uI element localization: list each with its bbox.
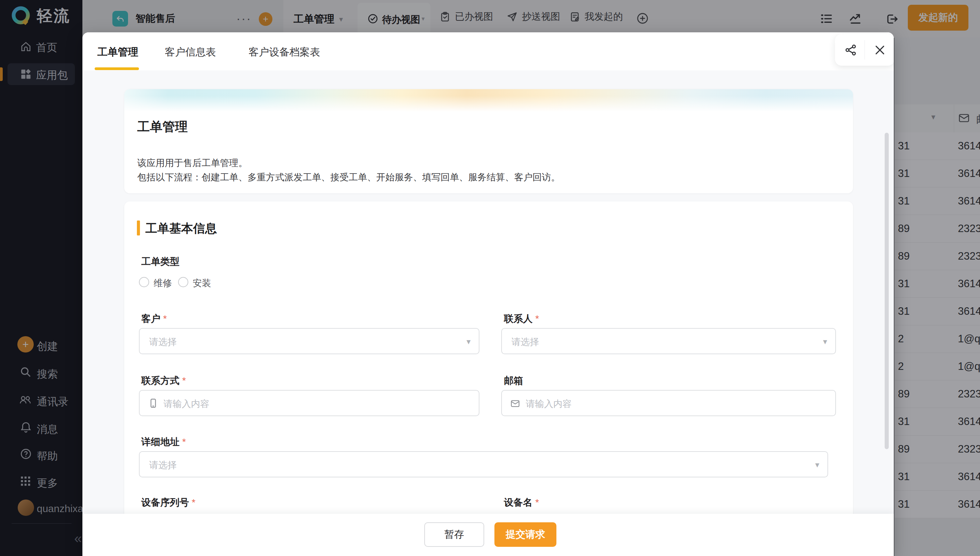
share-icon[interactable] xyxy=(844,44,857,57)
select-placeholder: 请选择 xyxy=(512,336,539,348)
modal-tab-customer-info[interactable]: 客户信息表 xyxy=(165,45,216,59)
work-order-modal: 工单管理 客户信息表 客户设备档案表 xyxy=(83,32,894,556)
close-icon[interactable] xyxy=(873,44,886,57)
customer-select[interactable]: 请选择 ▾ xyxy=(139,328,479,354)
app-description: 该应用用于售后工单管理。 包括以下流程：创建工单、多重方式派发工单、接受工单、开… xyxy=(137,156,560,184)
active-tab-underline xyxy=(95,67,139,70)
select-placeholder: 请选择 xyxy=(149,459,177,471)
app-header-card: 工单管理 该应用用于售后工单管理。 包括以下流程：创建工单、多重方式派发工单、接… xyxy=(124,89,853,193)
address-label: 详细地址* xyxy=(141,436,186,448)
app-title: 工单管理 xyxy=(137,118,188,136)
modal-scroll-area: 工单管理 该应用用于售后工单管理。 包括以下流程：创建工单、多重方式派发工单、接… xyxy=(83,70,894,514)
input-placeholder: 请输入内容 xyxy=(526,398,572,410)
required-mark: * xyxy=(192,497,196,508)
section-accent-bar xyxy=(137,220,140,236)
modal-window-controls xyxy=(835,34,894,66)
save-draft-label: 暂存 xyxy=(444,528,464,541)
select-placeholder: 请选择 xyxy=(149,336,177,348)
customer-label: 客户* xyxy=(141,312,167,325)
chevron-down-icon: ▾ xyxy=(823,337,827,346)
device-name-label: 设备名* xyxy=(504,496,539,509)
modal-tab-device-archive[interactable]: 客户设备档案表 xyxy=(249,45,320,59)
banner-fade xyxy=(124,89,853,112)
mail-icon xyxy=(510,398,520,409)
contact-label: 联系人* xyxy=(504,312,539,325)
submit-label: 提交请求 xyxy=(505,528,545,541)
app-description-line1: 该应用用于售后工单管理。 xyxy=(137,156,560,170)
radio-install[interactable] xyxy=(178,277,188,287)
chevron-down-icon: ▾ xyxy=(467,337,471,346)
radio-repair[interactable] xyxy=(139,277,149,287)
required-mark: * xyxy=(535,314,539,324)
section-title: 工单基本信息 xyxy=(146,220,217,236)
form-card: 工单基本信息 工单类型 维修 安装 客户* 联系人* 请选择 ▾ 请选择 ▾ xyxy=(124,202,853,514)
contact-select[interactable]: 请选择 ▾ xyxy=(501,328,836,354)
required-mark: * xyxy=(182,375,186,386)
screen: 轻流 首页 应用包 + 创建 xyxy=(0,0,980,556)
modal-tab-bar: 工单管理 客户信息表 客户设备档案表 xyxy=(83,32,894,71)
header-gradient-banner xyxy=(124,89,853,112)
phone-icon xyxy=(148,398,159,409)
radio-install-label[interactable]: 安装 xyxy=(193,277,211,289)
device-sn-label: 设备序列号* xyxy=(141,496,196,509)
work-type-label: 工单类型 xyxy=(141,255,180,268)
phone-input[interactable]: 请输入内容 xyxy=(139,390,479,416)
submit-button[interactable]: 提交请求 xyxy=(494,522,556,547)
required-mark: * xyxy=(535,497,539,508)
modal-scrollbar[interactable] xyxy=(884,133,889,449)
input-placeholder: 请输入内容 xyxy=(164,398,209,410)
phone-label: 联系方式* xyxy=(141,374,186,387)
modal-tab-work-order[interactable]: 工单管理 xyxy=(97,45,138,59)
pill-divider xyxy=(865,40,865,60)
email-input[interactable]: 请输入内容 xyxy=(501,390,836,416)
app-description-line2: 包括以下流程：创建工单、多重方式派发工单、接受工单、开始服务、填写回单、服务结算… xyxy=(137,170,560,184)
modal-footer: 暂存 提交请求 xyxy=(83,514,894,556)
email-label: 邮箱 xyxy=(504,374,523,387)
radio-repair-label[interactable]: 维修 xyxy=(154,277,172,289)
chevron-down-icon: ▾ xyxy=(815,460,819,470)
address-select[interactable]: 请选择 ▾ xyxy=(139,451,828,477)
save-draft-button[interactable]: 暂存 xyxy=(424,522,484,547)
required-mark: * xyxy=(163,314,167,324)
required-mark: * xyxy=(182,436,186,447)
